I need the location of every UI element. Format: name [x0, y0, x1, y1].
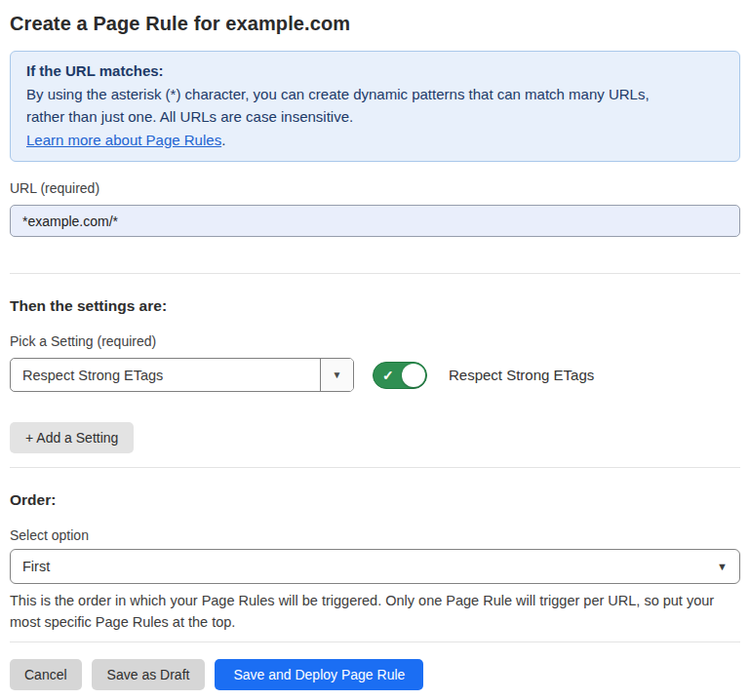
select-option-label: Select option [10, 527, 740, 544]
cancel-button[interactable]: Cancel [10, 659, 82, 690]
pick-setting-label: Pick a Setting (required) [10, 333, 740, 350]
settings-section-heading: Then the settings are: [10, 296, 740, 315]
actions-row: Cancel Save as Draft Save and Deploy Pag… [10, 659, 740, 690]
save-as-draft-button[interactable]: Save as Draft [92, 659, 206, 690]
order-help-line1: This is the order in which your Page Rul… [10, 590, 740, 611]
link-suffix: . [221, 132, 225, 148]
order-help-text: This is the order in which your Page Rul… [10, 590, 740, 633]
divider [10, 642, 740, 642]
url-field-label: URL (required) [10, 180, 740, 197]
chevron-down-icon: ▼ [717, 561, 728, 572]
info-box-link-line: Learn more about Page Rules. [26, 129, 724, 152]
url-match-info-box: If the URL matches: By using the asteris… [10, 51, 740, 162]
toggle-knob [402, 364, 425, 387]
url-input[interactable] [10, 205, 740, 237]
check-icon: ✓ [382, 369, 394, 382]
divider [10, 467, 740, 468]
setting-toggle[interactable]: ✓ [373, 362, 427, 389]
setting-dropdown-value: Respect Strong ETags [11, 359, 320, 391]
toggle-label: Respect Strong ETags [449, 367, 594, 383]
save-and-deploy-button[interactable]: Save and Deploy Page Rule [215, 659, 423, 690]
learn-more-link[interactable]: Learn more about Page Rules [26, 132, 221, 148]
page-title: Create a Page Rule for example.com [10, 12, 740, 35]
divider [10, 273, 740, 274]
info-box-body-line1: By using the asterisk (*) character, you… [26, 83, 724, 106]
info-box-heading: If the URL matches: [26, 59, 724, 83]
order-select[interactable]: First ▼ [10, 549, 740, 584]
setting-row: Respect Strong ETags ▼ ✓ Respect Strong … [10, 358, 740, 392]
add-setting-button[interactable]: + Add a Setting [10, 422, 134, 453]
order-select-value: First [22, 559, 717, 574]
create-page-rule-form: Create a Page Rule for example.com If th… [0, 0, 750, 700]
order-section-heading: Order: [10, 490, 740, 509]
order-help-line2: most specific Page Rules at the top. [10, 611, 740, 633]
info-box-body-line2: rather than just one. All URLs are case … [26, 105, 724, 129]
chevron-down-icon[interactable]: ▼ [320, 359, 353, 391]
setting-dropdown[interactable]: Respect Strong ETags ▼ [10, 358, 354, 392]
